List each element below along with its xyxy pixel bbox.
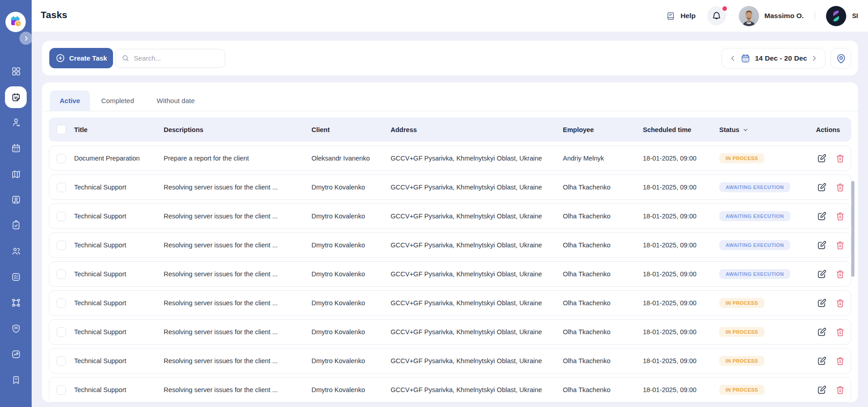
app-root: Tasks Help: [0, 0, 868, 407]
edit-button[interactable]: [816, 269, 827, 280]
delete-button[interactable]: [835, 385, 844, 395]
status-badge: AWAITING EXECUTION: [719, 240, 790, 250]
delete-button[interactable]: [835, 153, 844, 164]
column-actions: Actions: [816, 126, 844, 133]
table-row: Technical Support Resolving server issue…: [49, 261, 851, 287]
delete-button[interactable]: [835, 211, 844, 222]
table-scrollbar[interactable]: [851, 181, 854, 277]
sidebar-item-policies[interactable]: [5, 317, 27, 339]
row-checkbox[interactable]: [57, 385, 66, 395]
search-input[interactable]: [134, 54, 224, 62]
workspace-logo: [826, 6, 846, 26]
row-checkbox[interactable]: [57, 356, 66, 366]
delete-button[interactable]: [835, 240, 844, 251]
edit-button[interactable]: [816, 182, 827, 193]
sidebar-item-employee-card[interactable]: [5, 189, 27, 210]
app-logo[interactable]: [5, 12, 26, 32]
sidebar-item-dashboard[interactable]: [5, 60, 27, 82]
plus-circle-icon: [55, 53, 66, 63]
help-button[interactable]: Help: [666, 11, 696, 21]
team-icon: [11, 246, 21, 256]
sidebar-item-team[interactable]: [5, 240, 27, 262]
row-checkbox[interactable]: [57, 327, 66, 337]
create-task-button[interactable]: Create Task: [49, 48, 113, 68]
trash-icon: [835, 153, 844, 164]
sidebar-item-checklist[interactable]: [5, 266, 27, 288]
sidebar-item-statistics[interactable]: [5, 343, 27, 365]
sidebar-item-approvals[interactable]: [5, 214, 27, 236]
sidebar-item-tasks[interactable]: [5, 86, 27, 108]
row-scheduled-time: 18-01-2025, 09:00: [643, 299, 719, 307]
shield-list-icon: [11, 323, 21, 334]
row-employee: Olha Tkachenko: [563, 299, 643, 307]
sort-chevron-icon: [742, 127, 749, 133]
tab-completed[interactable]: Completed: [90, 90, 146, 111]
delete-button[interactable]: [835, 182, 844, 193]
table-row: Technical Support Resolving server issue…: [49, 377, 851, 402]
table-row: Technical Support Resolving server issue…: [49, 232, 851, 258]
edit-button[interactable]: [816, 355, 827, 367]
row-client: Dmytro Kovalenko: [311, 213, 391, 220]
bookmark-icon: [11, 375, 21, 385]
user-name: Massimo O.: [764, 12, 804, 20]
row-checkbox[interactable]: [57, 183, 66, 192]
dashboard-grid-icon: [11, 66, 21, 76]
topbar-actions: Help: [666, 0, 868, 32]
row-checkbox[interactable]: [57, 270, 66, 279]
user-menu[interactable]: Massimo O.: [739, 6, 804, 26]
row-status: IN PROCESS: [719, 385, 816, 395]
row-actions: [816, 182, 844, 193]
sidebar-item-clients[interactable]: [5, 111, 27, 133]
delete-button[interactable]: [835, 269, 844, 279]
row-employee: Olha Tkachenko: [563, 328, 643, 336]
sidebar-item-map[interactable]: [5, 163, 27, 185]
tab-without-date[interactable]: Without date: [146, 90, 206, 111]
row-checkbox[interactable]: [57, 241, 66, 250]
edit-button[interactable]: [816, 384, 827, 396]
column-client: Client: [311, 126, 391, 133]
edit-button[interactable]: [816, 240, 827, 251]
row-checkbox[interactable]: [57, 212, 66, 221]
row-client: Dmytro Kovalenko: [311, 357, 391, 364]
workspace-menu[interactable]: SI: [826, 6, 858, 26]
sidebar-expand-button[interactable]: [19, 32, 33, 45]
delete-button[interactable]: [835, 327, 844, 337]
table-row: Document Preparation Prepare a report fo…: [49, 146, 851, 171]
row-actions: [816, 384, 844, 396]
column-status[interactable]: Status: [719, 126, 816, 133]
edit-button[interactable]: [816, 211, 827, 222]
sidebar-item-calendar[interactable]: [5, 137, 27, 159]
row-scheduled-time: 18-01-2025, 09:00: [643, 357, 719, 364]
edit-button[interactable]: [816, 327, 827, 338]
row-checkbox[interactable]: [57, 298, 66, 308]
row-status: AWAITING EXECUTION: [719, 240, 816, 250]
row-scheduled-time: 18-01-2025, 09:00: [643, 270, 719, 278]
edit-pencil-icon: [816, 327, 827, 338]
row-checkbox[interactable]: [57, 154, 66, 163]
edit-button[interactable]: [816, 298, 827, 309]
sidebar-item-territory[interactable]: [5, 292, 27, 313]
date-range-picker: 14 Dec - 20 Dec: [722, 48, 826, 69]
row-client: Dmytro Kovalenko: [311, 299, 391, 307]
row-title: Technical Support: [74, 270, 164, 278]
delete-button[interactable]: [835, 356, 844, 366]
tab-active[interactable]: Active: [50, 90, 90, 111]
territory-frame-icon: [11, 298, 21, 308]
row-employee: Olha Tkachenko: [563, 213, 643, 220]
date-next-button[interactable]: [810, 54, 819, 63]
date-prev-button[interactable]: [728, 54, 737, 63]
map-view-button[interactable]: [830, 48, 851, 69]
row-status: IN PROCESS: [719, 356, 816, 366]
date-range-value[interactable]: 14 Dec - 20 Dec: [737, 53, 810, 64]
status-badge: IN PROCESS: [719, 298, 764, 308]
sidebar-item-saved[interactable]: [5, 369, 27, 391]
delete-button[interactable]: [835, 298, 844, 308]
notifications-button[interactable]: [707, 6, 726, 25]
row-checkbox-cell: [57, 241, 74, 250]
select-all-checkbox[interactable]: [57, 125, 66, 134]
edit-button[interactable]: [816, 153, 827, 164]
row-address: GCCV+GF Pysarivka, Khmelnytskyi Oblast, …: [391, 241, 563, 249]
row-employee: Olha Tkachenko: [563, 270, 643, 278]
row-description: Resolving server issues for the client .…: [164, 184, 311, 191]
column-employee: Employee: [563, 126, 643, 133]
